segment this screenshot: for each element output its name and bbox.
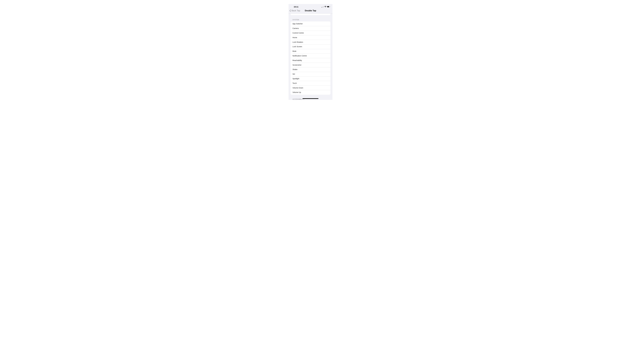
svg-rect-0 [322, 7, 322, 7]
row-camera[interactable]: Camera [291, 26, 330, 31]
back-button[interactable]: Back Tap [290, 9, 300, 12]
home-indicator[interactable] [303, 98, 318, 99]
wifi-icon [324, 6, 327, 7]
status-time: 15:11 [294, 6, 298, 8]
row-label: Mute [293, 50, 296, 52]
row-reachability[interactable]: Reachability [291, 58, 330, 63]
row-label: Lock Rotation [293, 41, 303, 43]
row-label: Reachability [293, 59, 302, 61]
svg-rect-3 [323, 6, 324, 7]
row-notification-centre[interactable]: Notification Centre [291, 53, 330, 58]
row-label: Torch [293, 82, 297, 84]
row-label: Camera [293, 27, 299, 29]
chevron-left-icon [290, 9, 291, 12]
row-home[interactable]: Home [291, 35, 330, 40]
nav-bar: Back Tap Double Tap [289, 9, 332, 13]
row-shake[interactable]: Shake [291, 67, 330, 72]
svg-rect-6 [330, 6, 330, 7]
section-header-accessibility: ACCESSIBILITY [289, 95, 332, 100]
row-label: Control Centre [293, 32, 304, 34]
stage: 15:11 [0, 0, 621, 100]
back-label: Back Tap [292, 9, 300, 12]
previous-group-partial [291, 14, 330, 15]
row-label: Screenshot [293, 64, 301, 66]
svg-rect-2 [323, 6, 323, 7]
status-indicators [322, 6, 330, 7]
group-system: App Switcher Camera Control Centre Home … [291, 21, 330, 95]
row-label: Notification Centre [293, 55, 307, 57]
row-app-switcher[interactable]: App Switcher [291, 21, 330, 26]
row-volume-up[interactable]: Volume Up [291, 90, 330, 95]
cellular-signal-icon [322, 6, 324, 7]
row-lock-screen[interactable]: Lock Screen [291, 44, 330, 49]
row-label: Volume Down [293, 87, 303, 89]
row-label: Lock Screen [293, 46, 302, 48]
content-scroll[interactable]: SYSTEM App Switcher Camera Control Centr… [289, 14, 332, 100]
row-label: Home [293, 36, 297, 38]
row-label: Siri [293, 73, 295, 75]
row-screenshot[interactable]: Screenshot [291, 63, 330, 67]
svg-rect-1 [322, 7, 323, 7]
nav-divider [289, 13, 332, 14]
row-control-centre[interactable]: Control Centre [291, 31, 330, 35]
battery-icon [327, 6, 330, 7]
row-label: Volume Up [293, 91, 301, 93]
row-label: App Switcher [293, 23, 303, 25]
section-header-system: SYSTEM [289, 15, 332, 21]
row-volume-down[interactable]: Volume Down [291, 86, 330, 90]
row-spotlight[interactable]: Spotlight [291, 76, 330, 81]
row-lock-rotation[interactable]: Lock Rotation [291, 40, 330, 44]
svg-rect-5 [327, 6, 329, 7]
row-mute[interactable]: Mute [291, 49, 330, 53]
row-torch[interactable]: Torch [291, 81, 330, 86]
row-label: Shake [293, 69, 297, 70]
row-label: Spotlight [293, 78, 299, 80]
phone-frame: 15:11 [289, 4, 332, 100]
status-bar: 15:11 [289, 4, 332, 9]
scroll-inner: SYSTEM App Switcher Camera Control Centr… [289, 14, 332, 100]
row-siri[interactable]: Siri [291, 72, 330, 76]
